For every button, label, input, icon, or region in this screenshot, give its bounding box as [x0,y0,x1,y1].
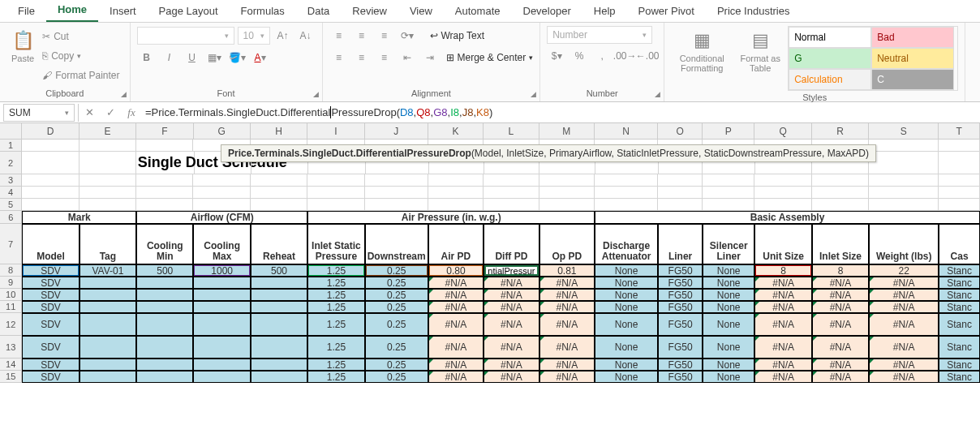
data-cell[interactable]: FG50 [658,301,703,313]
data-cell[interactable]: FG50 [658,336,703,359]
style-cell[interactable]: G [789,48,871,69]
data-cell[interactable]: #N/A [484,371,539,383]
data-cell[interactable] [251,301,307,313]
cell[interactable] [22,152,79,174]
data-cell[interactable]: #N/A [812,277,869,289]
column-header-air-pd[interactable]: Air PD [428,224,484,264]
ribbon-tab-formulas[interactable]: Formulas [230,0,296,22]
cell[interactable] [22,174,79,187]
data-cell[interactable]: #N/A [812,336,869,359]
ribbon-tab-page-layout[interactable]: Page Layout [148,0,230,22]
align-middle-icon[interactable]: ≡ [352,27,372,45]
worksheet-grid[interactable]: DEFGHIJKLMNOPQRST 12Single Duct Schedule… [0,123,980,383]
data-cell[interactable]: None [595,289,658,301]
col-header-P[interactable]: P [703,123,755,139]
data-cell[interactable]: #N/A [754,289,811,301]
row-header[interactable]: 6 [0,211,22,224]
data-cell[interactable]: None [703,301,755,313]
cell[interactable] [428,174,484,187]
cell[interactable] [136,187,193,199]
data-cell[interactable]: #N/A [428,371,484,383]
data-cell[interactable] [136,313,193,336]
row-header[interactable]: 2 [0,152,22,174]
ribbon-tab-power-pivot[interactable]: Power Pivot [627,0,706,22]
col-header-O[interactable]: O [658,123,703,139]
col-header-K[interactable]: K [428,123,484,139]
column-header-model[interactable]: Model [22,224,79,264]
cell[interactable] [754,174,811,187]
data-cell[interactable]: #N/A [484,277,539,289]
data-cell[interactable]: #N/A [428,313,484,336]
data-cell[interactable]: #N/A [428,301,484,313]
col-header-Q[interactable]: Q [754,123,811,139]
cell[interactable] [658,174,703,187]
underline-button[interactable]: U [183,49,202,67]
data-cell[interactable] [136,371,193,383]
group-header[interactable]: Air Pressure (in. w.g.) [307,211,595,224]
comma-icon[interactable]: , [592,47,612,65]
data-cell[interactable]: FG50 [658,359,703,371]
data-cell[interactable]: 0.25 [365,313,428,336]
data-cell[interactable]: 0.25 [365,277,428,289]
data-cell[interactable]: None [595,301,658,313]
cell[interactable] [812,174,869,187]
cell[interactable] [869,174,939,187]
data-cell[interactable]: #N/A [812,359,869,371]
font-color-button[interactable]: A▾ [251,49,270,67]
cell[interactable] [812,187,869,199]
data-cell[interactable]: SDV [22,359,79,371]
data-cell[interactable]: #N/A [484,336,539,359]
data-cell[interactable]: None [703,359,755,371]
col-header-G[interactable]: G [194,123,251,139]
formula-input[interactable]: =Price.Terminals.SingleDuct.Differential… [142,106,980,118]
data-cell[interactable]: 1000 [193,264,250,277]
data-cell[interactable]: None [703,289,755,301]
cell[interactable] [22,187,79,199]
data-cell[interactable]: #N/A [754,336,811,359]
cell[interactable] [869,140,939,152]
data-cell[interactable] [80,371,136,383]
column-header-silencer-liner[interactable]: Silencer Liner [703,224,755,264]
cell[interactable] [80,174,136,187]
cell[interactable] [812,199,869,211]
data-cell[interactable]: FG50 [658,313,703,336]
data-cell[interactable]: 22 [869,264,939,277]
cell[interactable] [539,187,595,199]
col-header-H[interactable]: H [251,123,307,139]
data-cell[interactable] [80,301,136,313]
sheet-title[interactable]: Single Duct Schedule [136,152,195,174]
cell[interactable] [307,187,364,199]
col-header-S[interactable]: S [869,123,939,139]
cell[interactable] [754,187,811,199]
column-header-downstream[interactable]: Downstream [365,224,428,264]
data-cell[interactable]: #N/A [869,313,939,336]
ribbon-tab-developer[interactable]: Developer [512,0,582,22]
data-cell[interactable]: SDV [22,371,79,383]
column-header-reheat[interactable]: Reheat [251,224,307,264]
data-cell[interactable]: SDV [22,336,79,359]
cell-styles-gallery[interactable]: NormalBadGNeutralCalculationC [788,26,958,91]
cell[interactable] [22,140,79,152]
data-cell[interactable]: 1.25 [307,371,364,383]
column-header-op-pd[interactable]: Op PD [539,224,595,264]
data-cell[interactable] [80,277,136,289]
cell[interactable] [307,199,364,211]
orientation-icon[interactable]: ⟳▾ [398,27,417,45]
col-header-M[interactable]: M [539,123,595,139]
data-cell[interactable]: #N/A [869,336,939,359]
data-cell[interactable]: #N/A [539,289,595,301]
data-cell[interactable]: None [703,264,755,277]
data-cell[interactable]: 500 [136,264,193,277]
data-cell[interactable]: 0.80 [428,264,484,277]
col-header-R[interactable]: R [812,123,869,139]
data-cell[interactable]: 1.25 [307,359,364,371]
data-cell[interactable] [251,289,307,301]
increase-font-icon[interactable]: A↑ [273,27,293,45]
cell[interactable] [22,199,79,211]
style-cell[interactable]: Neutral [871,48,954,69]
percent-icon[interactable]: % [570,47,589,65]
style-cell[interactable]: C [871,69,954,90]
dialog-launcher-icon[interactable]: ◢ [121,90,127,98]
data-cell[interactable]: FG50 [658,371,703,383]
ribbon-tab-data[interactable]: Data [296,0,341,22]
